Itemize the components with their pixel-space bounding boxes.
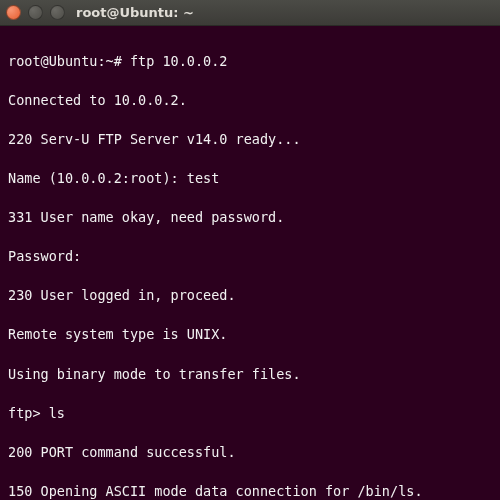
titlebar[interactable]: root@Ubuntu: ~ — [0, 0, 500, 26]
terminal-window: root@Ubuntu: ~ root@Ubuntu:~# ftp 10.0.0… — [0, 0, 500, 500]
output-line: Connected to 10.0.0.2. — [8, 91, 494, 111]
output-line: Name (10.0.0.2:root): test — [8, 169, 494, 189]
maximize-icon[interactable] — [50, 5, 65, 20]
terminal-body[interactable]: root@Ubuntu:~# ftp 10.0.0.2 Connected to… — [0, 26, 500, 500]
typed-command: ls — [49, 405, 65, 421]
output-line: Using binary mode to transfer files. — [8, 365, 494, 385]
prompt-line: root@Ubuntu:~# ftp 10.0.0.2 — [8, 52, 494, 72]
output-line: 150 Opening ASCII mode data connection f… — [8, 482, 494, 500]
output-line: Remote system type is UNIX. — [8, 325, 494, 345]
ftp-prompt: ftp> — [8, 405, 41, 421]
output-line: 200 PORT command successful. — [8, 443, 494, 463]
window-title: root@Ubuntu: ~ — [76, 5, 194, 20]
output-line: 230 User logged in, proceed. — [8, 286, 494, 306]
output-line: Password: — [8, 247, 494, 267]
output-line: 331 User name okay, need password. — [8, 208, 494, 228]
close-icon[interactable] — [6, 5, 21, 20]
shell-prompt: root@Ubuntu:~# — [8, 53, 122, 69]
ftp-prompt-line: ftp> ls — [8, 404, 494, 424]
minimize-icon[interactable] — [28, 5, 43, 20]
output-line: 220 Serv-U FTP Server v14.0 ready... — [8, 130, 494, 150]
typed-command: ftp 10.0.0.2 — [130, 53, 228, 69]
